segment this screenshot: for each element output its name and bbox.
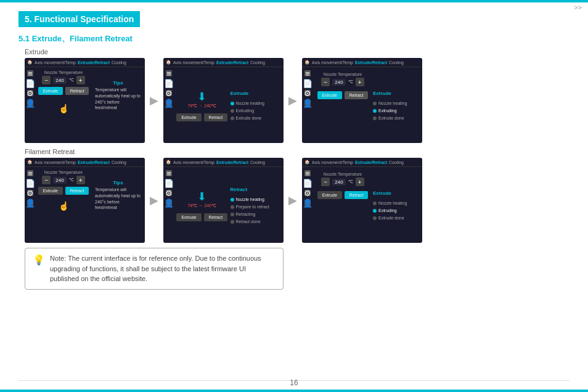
filament-screen-2: 🏠 Axis movement/Temp Extrude/Retract Coo… xyxy=(163,158,284,243)
filament-nav-home-1: 🏠 xyxy=(27,160,33,165)
status-dot-done-3 xyxy=(373,116,377,120)
page-number: 16 xyxy=(290,378,298,387)
filament-1-left: Nozzle Temperature − 240 ℃ + Extrude Ret… xyxy=(36,168,91,243)
btn-row-2: Extrude Retract xyxy=(176,113,227,121)
filament-minus-1[interactable]: − xyxy=(42,176,51,184)
nav-axis-2: Axis movement/Temp xyxy=(173,60,214,65)
arrow-1: ▶ xyxy=(150,94,158,107)
filament-unit-1: ℃ xyxy=(69,178,74,182)
sidebar-icon-3-4: 👤 xyxy=(304,100,311,106)
filament-sidebar-3-1: ≡ xyxy=(304,170,311,176)
heat-right-3: Extrude Nozzle heating Extruding Extrude… xyxy=(370,70,420,141)
filament-label-extruding-3: Extruding xyxy=(378,208,397,213)
filament-tips-title: Tips xyxy=(95,180,141,186)
cursor-hand-2: ☝ xyxy=(38,201,89,211)
screen-nav-3: 🏠 Axis movement/Temp Extrude/Retract Coo… xyxy=(302,58,422,67)
retract-btn-1[interactable]: Retract xyxy=(65,87,89,95)
tips-text-1: Temperature will automatically heat up t… xyxy=(95,87,141,111)
filament-nav-1: 🏠 Axis movement/Temp Extrude/Retract Coo… xyxy=(25,158,145,167)
filament-label-nozzle-3: Nozzle heating xyxy=(378,201,407,205)
status-dot-extruding-3 xyxy=(373,109,377,113)
extrude-btn-1[interactable]: Extrude xyxy=(38,87,63,95)
heat-right-1: Extrude Nozzle heating Extruding Extrude… xyxy=(228,70,282,141)
nav-extrude-2: Extrude/Retract xyxy=(216,60,248,65)
filament-status-retracting: Retracting xyxy=(231,212,282,216)
status-label-done-1: Extrude done xyxy=(236,116,262,120)
filament-dot-extruding-3 xyxy=(373,209,377,213)
screen-sidebar-3: ≡ 📄 ⚙ 👤 xyxy=(302,68,313,143)
nav-cooling-3: Cooling xyxy=(389,60,404,65)
extrude-btn-3[interactable]: Extrude xyxy=(317,91,342,99)
note-icon: 💡 xyxy=(33,254,45,266)
filament-btn-row-3: Extrude Retract xyxy=(317,191,369,199)
filament-dot-nozzle xyxy=(231,198,234,202)
filament-retract-2[interactable]: Retract xyxy=(204,213,228,221)
filament-plus-1[interactable]: + xyxy=(76,176,85,184)
filament-sidebar-3-2: 📄 xyxy=(304,180,311,186)
status-title-3: Extrude xyxy=(373,91,420,96)
filament-label-retracting: Retracting xyxy=(236,212,256,216)
sidebar-icon-3-2: 📄 xyxy=(304,80,311,86)
filament-sidebar-1-3: ⚙ xyxy=(27,190,33,196)
filament-screen-1: 🏠 Axis movement/Temp Extrude/Retract Coo… xyxy=(25,158,145,243)
extrude-label: Extrude xyxy=(25,48,570,55)
nav-home-icon: 🏠 xyxy=(27,60,33,65)
nozzle-temp-label-1: Nozzle Temperature xyxy=(38,70,89,75)
filament-sidebar-1-1: ≡ xyxy=(27,170,33,176)
btn-row-3: Extrude Retract xyxy=(317,91,369,99)
btn-row-1: Extrude Retract xyxy=(38,87,89,95)
retract-btn-2[interactable]: Retract xyxy=(204,113,228,121)
main-content: 5. Functional Specification 5.1 Extrude、… xyxy=(0,5,588,296)
screen-2-body: ⬇ 78℃ → 240℃ Extrude Retract Extrude Noz… xyxy=(174,68,284,143)
filament-unit-3: ℃ xyxy=(348,179,353,184)
top-border xyxy=(0,0,588,2)
sidebar-icon-1: ≡ xyxy=(27,70,33,76)
filament-heat-temps: 78℃ → 240℃ xyxy=(188,203,216,208)
bottom-border xyxy=(0,390,588,392)
filament-val-3: 240 xyxy=(332,179,345,186)
filament-minus-3[interactable]: − xyxy=(321,178,330,186)
filament-nav-home-2: 🏠 xyxy=(166,160,171,165)
filament-plus-3[interactable]: + xyxy=(356,178,364,186)
filament-temp-1: − 240 ℃ + xyxy=(38,176,89,184)
filament-label: Filament Retreat xyxy=(25,148,570,155)
filament-nav-extrude-2: Extrude/Retract xyxy=(216,160,248,165)
extrude-screen-2: 🏠 Axis movement/Temp Extrude/Retract Coo… xyxy=(163,58,284,143)
arrow-2: ▶ xyxy=(288,94,297,107)
filament-retract-3[interactable]: Retract xyxy=(345,191,369,199)
temp-control-3: − 240 ℃ + xyxy=(317,78,369,86)
filament-nav-home-3: 🏠 xyxy=(304,160,310,165)
filament-retract-1[interactable]: Retract xyxy=(65,187,89,195)
temp-plus-1[interactable]: + xyxy=(76,76,85,84)
status-dot-done-1 xyxy=(231,116,234,120)
sidebar-icon-2-3: ⚙ xyxy=(166,90,172,96)
temp-minus-1[interactable]: − xyxy=(42,76,51,84)
sidebar-icon-2-4: 👤 xyxy=(166,100,172,106)
status-extruding-1: Extruding xyxy=(231,108,282,113)
filament-nav-extrude-3: Extrude/Retract xyxy=(355,160,387,165)
filament-sidebar-2-3: ⚙ xyxy=(166,190,172,196)
extrude-btn-2[interactable]: Extrude xyxy=(176,113,201,121)
temp-plus-3[interactable]: + xyxy=(356,78,364,86)
sidebar-icon-4: 👤 xyxy=(27,100,33,106)
sidebar-icon-3-3: ⚙ xyxy=(304,90,311,96)
filament-sidebar-2-4: 👤 xyxy=(166,200,172,206)
screen-1-left: Nozzle Temperature − 240 ℃ + Extrude Ret… xyxy=(36,68,91,143)
filament-heat-left: ⬇ 78℃ → 240℃ Extrude Retract xyxy=(176,169,228,241)
temp-value-3: 240 xyxy=(332,79,345,86)
filament-nav-2: 🏠 Axis movement/Temp Extrude/Retract Coo… xyxy=(163,158,284,167)
filament-sidebar-2: ≡ 📄 ⚙ 👤 xyxy=(163,168,174,243)
filament-sidebar-2-2: 📄 xyxy=(166,180,172,186)
filament-extrude-3[interactable]: Extrude xyxy=(317,191,342,199)
filament-extrude-2[interactable]: Extrude xyxy=(176,213,201,221)
screen-sidebar-1: ≡ 📄 ⚙ 👤 xyxy=(25,68,36,143)
filament-screen-row: 🏠 Axis movement/Temp Extrude/Retract Coo… xyxy=(25,158,570,243)
screen-1-body: Nozzle Temperature − 240 ℃ + Extrude Ret… xyxy=(36,68,145,143)
nav-axis-3: Axis movement/Temp xyxy=(312,60,353,65)
temp-minus-3[interactable]: − xyxy=(321,78,330,86)
retract-btn-3[interactable]: Retract xyxy=(345,91,369,99)
filament-extrude-1[interactable]: Extrude xyxy=(38,187,63,195)
temp-control-1: − 240 ℃ + xyxy=(38,76,89,84)
filament-temp-label-1: Nozzle Temperature xyxy=(38,170,89,174)
filament-status-title-3: Extrude xyxy=(373,190,420,196)
